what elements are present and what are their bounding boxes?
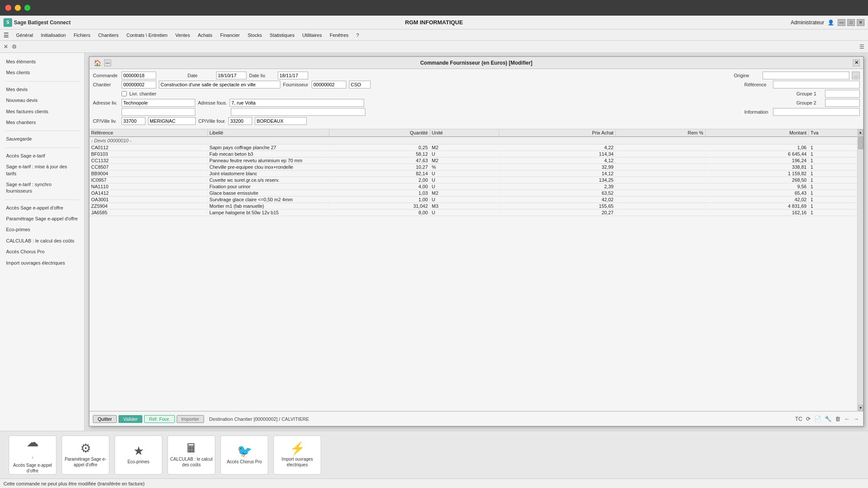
menu-chantiers[interactable]: Chantiers <box>95 32 122 39</box>
chantier-desc-input[interactable] <box>159 81 280 88</box>
table-row[interactable]: IC0957 Cuvette wc surel.gr.ce.s/s reserv… <box>89 177 863 183</box>
valider-button[interactable]: Valider <box>118 415 142 423</box>
fournisseur-name-input[interactable] <box>349 81 371 88</box>
date-liv-input[interactable] <box>278 72 308 79</box>
menu-achats[interactable]: Achats <box>194 32 216 39</box>
modal-home-icon[interactable]: 🏠 <box>93 59 102 67</box>
modal-minimize-icon[interactable]: — <box>104 59 111 66</box>
sidebar-item-mes-chantiers[interactable]: Mes chantiers <box>0 117 84 128</box>
table-row[interactable]: OA3001 Survitrage glace claire <=0,50 m2… <box>89 197 863 203</box>
sidebar-item-chorus-pro[interactable]: Accès Chorus Pro <box>0 246 84 257</box>
win-maximize[interactable]: □ <box>847 19 855 26</box>
table-scroll[interactable]: Référence Libellé Quantité Unité Prix Ac… <box>89 129 863 411</box>
menu-utilitaires[interactable]: Utilitaires <box>299 32 325 39</box>
table-row[interactable]: NA1110 Fixation pour urinor 4,00 U 2,39 … <box>89 183 863 190</box>
sidebar-item-calculab[interactable]: CALCULAB : le calcul des coûts <box>0 236 84 246</box>
adresse-liv-input2[interactable] <box>122 108 195 116</box>
sidebar-item-sage-eappel-param[interactable]: Paramétrage Sage e-appel d'offre <box>0 213 84 224</box>
close-button[interactable] <box>5 5 11 11</box>
menu-general[interactable]: Général <box>13 32 36 39</box>
information-input[interactable] <box>773 108 860 116</box>
ref-four-button[interactable]: Réf. Four. <box>144 415 174 423</box>
table-row[interactable]: CC1132 Panneau feutre revetu aluminium e… <box>89 157 863 164</box>
sidebar-item-sage-etarif[interactable]: Accès Sage e-tarif <box>0 151 84 161</box>
fournisseur-input[interactable] <box>312 81 346 88</box>
table-scrollbar[interactable]: ▲ ▼ <box>857 129 863 411</box>
menu-initialisation[interactable]: Initialisation <box>37 32 69 39</box>
next-icon[interactable]: → <box>852 416 860 422</box>
cell-tva: 1 <box>809 190 863 197</box>
scroll-down-arrow[interactable]: ▼ <box>858 405 863 411</box>
menu-stocks[interactable]: Stocks <box>244 32 266 39</box>
groupe1-input[interactable] <box>825 90 860 98</box>
ville-four-input[interactable] <box>255 117 307 125</box>
sidebar-item-import-ouvrages[interactable]: Import ouvrages électriques <box>0 258 84 269</box>
adresse-four-input[interactable] <box>230 99 364 107</box>
menu-contrats[interactable]: Contrats \ Entretien <box>123 32 171 39</box>
date-input[interactable] <box>216 72 247 79</box>
table-row[interactable]: OA1412 Glace basse emissivite 1,03 M2 63… <box>89 190 863 197</box>
menu-fenetres[interactable]: Fenêtres <box>326 32 352 39</box>
ville-liv-input[interactable] <box>148 117 196 125</box>
groupe2-input[interactable] <box>825 99 860 107</box>
delete-icon[interactable]: 🗑 <box>834 416 842 422</box>
maximize-button[interactable] <box>24 5 30 11</box>
chantier-input[interactable] <box>122 81 156 88</box>
cell-montant: 42,02 <box>705 197 809 203</box>
origine-input[interactable] <box>763 72 849 79</box>
reference-input[interactable] <box>773 81 860 88</box>
adresse-liv-input[interactable] <box>122 99 195 107</box>
adresse-four-input2[interactable] <box>231 108 365 116</box>
livr-chantier-checkbox[interactable] <box>122 91 127 96</box>
origine-browse-btn[interactable]: ... <box>852 72 860 79</box>
tile-chorus-pro[interactable]: 🐦 Accès Chorus Pro <box>220 436 268 475</box>
settings-icon[interactable]: 🔧 <box>824 416 832 422</box>
sidebar-item-sage-etarif-maj[interactable]: Sage e-tarif : mise à jour des tarifs <box>0 161 84 179</box>
scroll-up-arrow[interactable]: ▲ <box>858 129 863 135</box>
scroll-thumb[interactable] <box>858 136 863 149</box>
sidebar-item-sage-eappel[interactable]: Accès Sage e-appel d'offre <box>0 203 84 213</box>
prev-icon[interactable]: ← <box>843 416 851 422</box>
win-minimize[interactable]: — <box>838 19 845 26</box>
sidebar-item-mes-clients[interactable]: Mes clients <box>0 67 84 78</box>
sidebar-item-sage-etarif-synchro[interactable]: Sage e-tarif : synchro fournisseurs <box>0 179 84 197</box>
document-icon[interactable]: 📄 <box>813 416 822 422</box>
tile-import-ouvrages[interactable]: ⚡ Import ouvrages électriques <box>273 436 321 475</box>
table-row[interactable]: CA0112 Sapin pays coffrage planche 27 0,… <box>89 144 863 151</box>
sidebar-item-eco-primes[interactable]: Eco-primes <box>0 224 84 235</box>
tile-calculab[interactable]: 🖩 CALCULAB : le calcul des coûts <box>168 436 215 475</box>
tile-param-eappel[interactable]: ⚙ Paramétrage Sage e-appel d'offre <box>62 436 109 475</box>
cell-unite: U <box>430 170 499 177</box>
refresh-icon[interactable]: ⟳ <box>805 416 812 422</box>
menu-ventes[interactable]: Ventes <box>172 32 194 39</box>
win-close[interactable]: ✕ <box>857 19 865 26</box>
table-row[interactable]: ZZ5904 Mortier m1 (fab manuelle) 31,042 … <box>89 203 863 210</box>
hamburger-icon[interactable]: ☰ <box>3 32 9 39</box>
sidebar-item-factures-clients[interactable]: Mes factures clients <box>0 106 84 117</box>
tile-eco-primes[interactable]: ★ Eco-primes <box>115 436 162 475</box>
tile-sage-eappel[interactable]: ☁↓ Accès Sage e-appel d'offre <box>9 436 56 475</box>
toolbar-close-icon[interactable]: ✕ <box>3 43 8 50</box>
toolbar-settings-icon[interactable]: ⚙ <box>12 43 17 50</box>
cp-liv-input[interactable] <box>122 117 145 125</box>
minimize-button[interactable] <box>15 5 21 11</box>
tc-icon[interactable]: TC <box>794 416 803 422</box>
sidebar-item-mes-devis[interactable]: Mes devis <box>0 84 84 95</box>
quitter-button[interactable]: Quitter <box>93 415 117 423</box>
sidebar-item-mes-elements[interactable]: Mes éléments <box>0 56 84 67</box>
modal-close-icon[interactable]: ✕ <box>853 59 860 66</box>
menu-statistiques[interactable]: Statistiques <box>266 32 298 39</box>
table-row[interactable]: BB9004 Joint elastomere blanc 82,14 U 14… <box>89 170 863 177</box>
menu-financier[interactable]: Financier <box>217 32 243 39</box>
toolbar-list-icon[interactable]: ☰ <box>859 43 865 50</box>
commande-input[interactable] <box>122 72 156 79</box>
table-row[interactable]: CC8507 Cheville pre-equipee clou inox+ro… <box>89 164 863 170</box>
sidebar-item-nouveau-devis[interactable]: Nouveau devis <box>0 95 84 106</box>
table-row[interactable]: JA6585 Lampe halogene bt 50w 12v b15 8,0… <box>89 210 863 216</box>
sidebar-item-sauvegarde[interactable]: Sauvegarde <box>0 134 84 144</box>
menu-fichiers[interactable]: Fichiers <box>70 32 94 39</box>
cp-four-input[interactable] <box>228 117 252 125</box>
menu-help[interactable]: ? <box>353 32 362 39</box>
importer-button[interactable]: Importer <box>177 415 204 423</box>
table-row[interactable]: BF0103 Fab mecan beton b3 58,12 U 114,34… <box>89 151 863 157</box>
